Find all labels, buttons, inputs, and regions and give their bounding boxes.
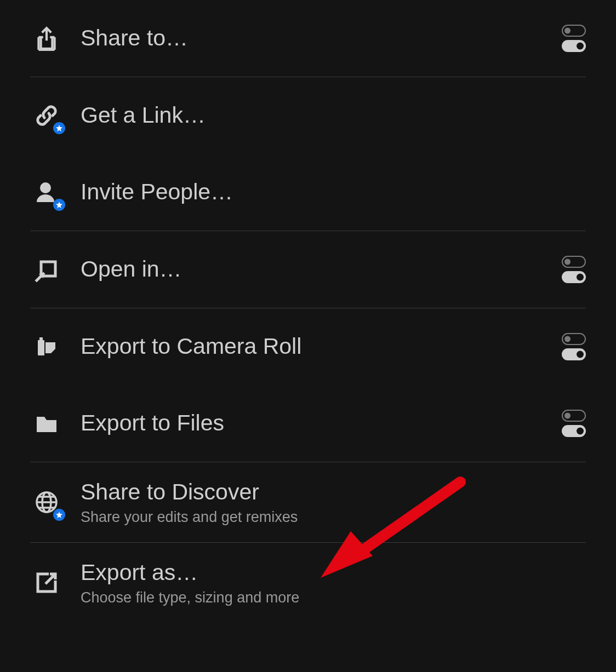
menu-item-label: Export as…	[81, 559, 586, 586]
menu-item-open-in[interactable]: Open in…	[0, 231, 616, 308]
premium-badge-icon	[53, 199, 65, 211]
svg-rect-10	[39, 337, 43, 340]
folder-icon	[30, 407, 63, 440]
menu-item-export-camera-roll[interactable]: Export to Camera Roll	[0, 308, 616, 385]
camera-roll-icon	[30, 330, 63, 363]
settings-toggles-icon[interactable]	[562, 25, 586, 52]
menu-item-label: Get a Link…	[81, 102, 586, 129]
share-export-menu: Share to… Get a Link…	[0, 0, 616, 623]
settings-toggles-icon[interactable]	[562, 256, 586, 283]
share-icon	[30, 22, 63, 55]
person-icon	[30, 176, 63, 209]
menu-item-export-files[interactable]: Export to Files	[0, 385, 616, 462]
globe-icon	[30, 486, 63, 519]
menu-item-label: Invite People…	[81, 179, 586, 205]
menu-item-export-as[interactable]: Export as… Choose file type, sizing and …	[0, 543, 616, 623]
svg-point-6	[40, 182, 51, 193]
premium-badge-icon	[53, 509, 65, 521]
menu-item-label: Export to Files	[81, 410, 551, 436]
menu-item-share-discover[interactable]: Share to Discover Share your edits and g…	[0, 462, 616, 542]
svg-rect-9	[38, 340, 44, 355]
menu-item-get-link[interactable]: Get a Link…	[0, 77, 616, 154]
menu-item-invite-people[interactable]: Invite People…	[0, 154, 616, 231]
open-in-icon	[30, 253, 63, 286]
menu-item-label: Share to…	[81, 25, 551, 51]
export-icon	[30, 566, 63, 599]
link-icon	[30, 99, 63, 132]
menu-item-label: Share to Discover	[81, 479, 586, 506]
menu-item-sublabel: Share your edits and get remixes	[81, 509, 586, 526]
settings-toggles-icon[interactable]	[562, 333, 586, 360]
settings-toggles-icon[interactable]	[562, 410, 586, 437]
menu-item-label: Export to Camera Roll	[81, 333, 551, 360]
menu-item-share-to[interactable]: Share to…	[0, 0, 616, 77]
menu-item-label: Open in…	[81, 256, 551, 283]
menu-item-sublabel: Choose file type, sizing and more	[81, 589, 586, 606]
premium-badge-icon	[53, 122, 65, 134]
